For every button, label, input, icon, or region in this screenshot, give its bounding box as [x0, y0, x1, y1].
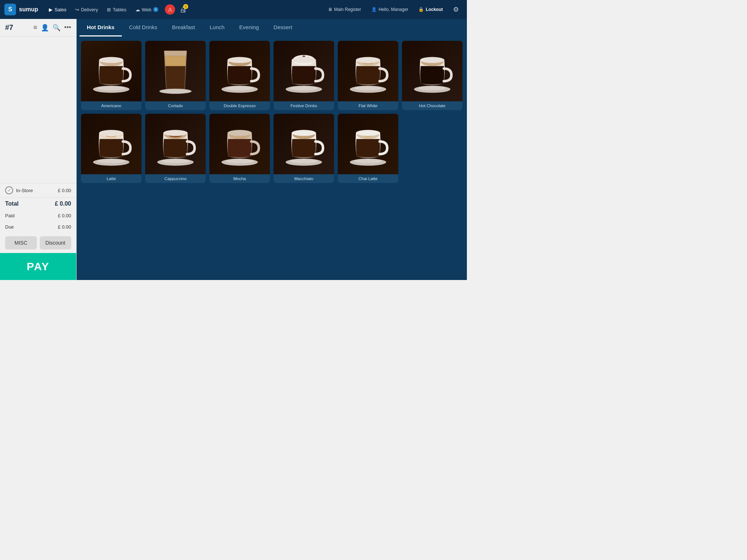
product-name-cortado: Cortado — [145, 101, 206, 110]
product-name-latte: Latte — [81, 174, 142, 183]
tab-hot-drinks[interactable]: Hot Drinks — [80, 19, 122, 36]
svg-point-49 — [290, 159, 318, 163]
due-label: Due — [5, 224, 14, 230]
due-value: £ 0.00 — [58, 224, 71, 230]
settings-icon[interactable]: ⚙ — [449, 3, 462, 16]
product-image-double-espresso — [209, 41, 270, 101]
product-name-flat-white: Flat White — [338, 101, 398, 110]
action-buttons: MISC Discount — [0, 233, 76, 253]
product-name-americano: Americano — [81, 101, 142, 110]
nav-tables[interactable]: ⊞ Tables — [103, 5, 130, 15]
order-number: #7 — [5, 23, 30, 32]
more-icon[interactable]: ••• — [64, 24, 71, 31]
product-name-chai-latte: Chai Latte — [338, 174, 398, 183]
pay-button[interactable]: PAY — [0, 253, 76, 280]
nav-delivery[interactable]: ↪ Delivery — [71, 5, 102, 15]
product-image-mocha — [209, 114, 270, 174]
product-image-macchiato — [274, 114, 334, 174]
tab-breakfast[interactable]: Breakfast — [165, 19, 202, 36]
product-card-festive-drinks[interactable]: Festive Drinks — [274, 41, 334, 110]
top-navigation: S sumup ▶ Sales ↪ Delivery ⊞ Tables ☁ We… — [0, 0, 467, 19]
product-card-chai-latte[interactable]: Chai Latte — [338, 114, 398, 183]
svg-point-54 — [354, 159, 382, 163]
total-value: £ 0.00 — [55, 201, 71, 207]
total-label: Total — [5, 201, 19, 207]
instore-row: ✓ In-Store £ 0.00 — [0, 183, 76, 198]
left-panel: #7 ≡ 👤 🔍 ••• ✓ In-Store £ 0.00 Total £ 0… — [0, 19, 77, 280]
paid-label: Paid — [5, 213, 15, 218]
tab-cold-drinks[interactable]: Cold Drinks — [122, 19, 165, 36]
nav-manager[interactable]: 👤 Hello, Manager — [368, 5, 412, 14]
product-name-mocha: Mocha — [209, 174, 270, 183]
svg-point-6 — [159, 89, 192, 94]
search-icon[interactable]: 🔍 — [53, 24, 61, 32]
nav-web[interactable]: ☁ Web 0 — [132, 5, 162, 15]
brand-logo: S — [4, 4, 16, 15]
product-card-double-espresso[interactable]: Double Espresso — [209, 41, 270, 110]
product-name-hot-chocolate: Hot Chocolate — [402, 101, 462, 110]
instore-label: In-Store — [16, 188, 33, 193]
misc-button[interactable]: MISC — [5, 236, 37, 249]
brand-name: sumup — [19, 6, 38, 13]
svg-point-22 — [354, 86, 382, 90]
svg-point-46 — [228, 130, 252, 136]
nav-sales[interactable]: ▶ Sales — [45, 5, 70, 15]
product-card-cortado[interactable]: Cortado — [145, 41, 206, 110]
svg-point-14 — [290, 86, 318, 90]
products-area: Americano Cortado — [77, 36, 467, 280]
svg-point-38 — [161, 159, 189, 163]
due-row: Due £ 0.00 — [0, 221, 76, 233]
instore-value: £ 0.00 — [58, 188, 71, 193]
right-nav: 🖥 Main Register 👤 Hello, Manager 🔒 Locko… — [324, 3, 462, 16]
nav-lockout[interactable]: 🔒 Lockout — [415, 5, 446, 14]
svg-point-27 — [418, 86, 446, 90]
product-image-flat-white — [338, 41, 398, 101]
product-card-hot-chocolate[interactable]: Hot Chocolate — [402, 41, 462, 110]
filter-icon[interactable]: ≡ — [34, 24, 38, 31]
alert-icon[interactable]: ⚠ — [165, 4, 175, 15]
product-name-macchiato: Macchiato — [274, 174, 334, 183]
paid-row: Paid £ 0.00 — [0, 210, 76, 221]
svg-point-11 — [228, 57, 252, 63]
discount-button[interactable]: Discount — [40, 236, 71, 249]
svg-point-51 — [292, 130, 316, 136]
printer-badge: 0 — [183, 4, 188, 9]
printer-icon[interactable]: 🖨 0 — [179, 5, 187, 14]
product-image-cortado — [145, 41, 206, 101]
panel-footer: ✓ In-Store £ 0.00 Total £ 0.00 Paid £ 0.… — [0, 183, 76, 280]
svg-point-19 — [292, 57, 316, 63]
svg-point-9 — [225, 86, 253, 90]
product-card-macchiato[interactable]: Macchiato — [274, 114, 334, 183]
product-image-americano — [81, 41, 142, 101]
tab-evening[interactable]: Evening — [232, 19, 266, 36]
web-badge: 0 — [153, 7, 158, 12]
instore-check-icon[interactable]: ✓ — [5, 186, 13, 194]
product-card-latte[interactable]: Latte — [81, 114, 142, 183]
products-grid: Americano Cortado — [81, 41, 462, 183]
product-image-chai-latte — [338, 114, 398, 174]
product-card-mocha[interactable]: Mocha — [209, 114, 270, 183]
order-items-area — [0, 36, 76, 183]
tab-dessert[interactable]: Dessert — [266, 19, 300, 36]
category-tabs: Hot Drinks Cold Drinks Breakfast Lunch E… — [77, 19, 467, 36]
svg-point-2 — [97, 86, 125, 90]
paid-value: £ 0.00 — [58, 213, 71, 218]
product-image-latte — [81, 114, 142, 174]
svg-point-41 — [163, 130, 187, 136]
svg-point-33 — [97, 159, 125, 163]
svg-point-30 — [420, 57, 444, 63]
product-card-americano[interactable]: Americano — [81, 41, 142, 110]
product-image-cappuccino — [145, 114, 206, 174]
product-card-flat-white[interactable]: Flat White — [338, 41, 398, 110]
total-row: Total £ 0.00 — [0, 198, 76, 210]
right-panel: Hot Drinks Cold Drinks Breakfast Lunch E… — [77, 19, 467, 280]
svg-point-44 — [225, 159, 253, 163]
customer-icon[interactable]: 👤 — [41, 24, 49, 32]
product-card-cappuccino[interactable]: Cappuccino — [145, 114, 206, 183]
main-layout: #7 ≡ 👤 🔍 ••• ✓ In-Store £ 0.00 Total £ 0… — [0, 19, 467, 280]
product-image-festive-drinks — [274, 41, 334, 101]
nav-main-register[interactable]: 🖥 Main Register — [324, 5, 365, 14]
product-name-cappuccino: Cappuccino — [145, 174, 206, 183]
svg-point-57 — [356, 130, 380, 136]
tab-lunch[interactable]: Lunch — [202, 19, 232, 36]
